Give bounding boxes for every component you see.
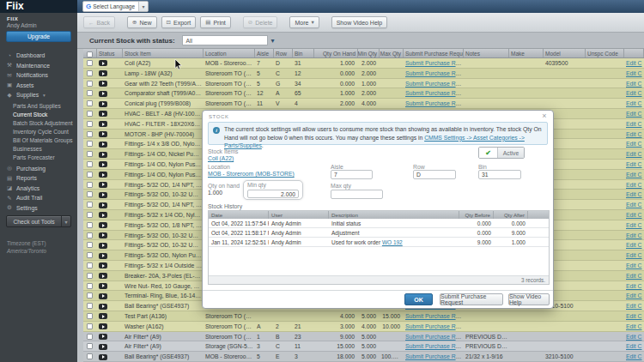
more-button[interactable]: More ▾	[289, 16, 319, 28]
submit-purchase-request-link[interactable]: Submit Purchase Request	[405, 313, 464, 319]
status-icon[interactable]	[99, 111, 107, 117]
chevron-down-icon[interactable]: ▾	[271, 37, 275, 45]
status-icon[interactable]	[99, 172, 107, 178]
edit-link[interactable]: Edit C	[626, 262, 642, 268]
status-icon[interactable]	[99, 222, 107, 228]
row-checkbox[interactable]	[87, 242, 93, 248]
row-checkbox[interactable]	[87, 353, 93, 359]
column-header-bin[interactable]: Bin	[293, 49, 314, 57]
sidebar-subitem-businesses[interactable]: Businesses	[0, 145, 77, 154]
row-checkbox[interactable]	[87, 323, 93, 329]
row-checkbox[interactable]	[87, 212, 93, 218]
show-video-help-button[interactable]: Show Video Help	[508, 293, 550, 305]
bin-input[interactable]	[478, 170, 521, 179]
column-header-0[interactable]	[83, 49, 97, 57]
edit-link[interactable]: Edit C	[626, 232, 642, 238]
status-icon[interactable]	[99, 212, 107, 218]
edit-link[interactable]: Edit C	[626, 121, 642, 127]
submit-purchase-request-link[interactable]: Submit Purchase Request	[405, 343, 464, 349]
status-icon[interactable]	[99, 334, 107, 340]
row-checkbox[interactable]	[87, 111, 93, 117]
edit-link[interactable]: Edit C	[626, 212, 642, 218]
edit-link[interactable]: Edit C	[626, 81, 642, 87]
status-icon[interactable]	[99, 182, 107, 188]
row-checkbox[interactable]	[87, 90, 93, 96]
history-column-date[interactable]: Date	[209, 211, 269, 219]
sidebar-item-settings[interactable]: ⚙Settings	[0, 203, 77, 214]
edit-link[interactable]: Edit C	[626, 293, 642, 299]
row-checkbox[interactable]	[87, 343, 93, 349]
row-checkbox[interactable]	[87, 100, 93, 106]
edit-link[interactable]: Edit C	[626, 313, 642, 319]
status-icon[interactable]	[99, 81, 107, 87]
status-icon[interactable]	[99, 70, 107, 76]
row-checkbox[interactable]	[87, 161, 93, 167]
status-icon[interactable]	[99, 91, 107, 97]
edit-link[interactable]: Edit C	[626, 202, 642, 208]
status-icon[interactable]	[99, 121, 107, 127]
sidebar-item-notifications[interactable]: ✉Notifications	[0, 70, 77, 81]
submit-purchase-request-link[interactable]: Submit Purchase Request	[405, 353, 464, 359]
sidebar-item-analytics[interactable]: ◪Analytics	[0, 184, 77, 194]
edit-link[interactable]: Edit C	[626, 161, 642, 167]
sidebar-item-assets[interactable]: ▣Assets	[0, 81, 77, 91]
edit-link[interactable]: Edit C	[626, 100, 642, 106]
edit-link[interactable]: Edit C	[626, 172, 642, 178]
status-icon[interactable]	[99, 273, 107, 279]
column-header-min-qty[interactable]: Min Qty	[358, 49, 380, 57]
edit-link[interactable]: Edit C	[626, 343, 642, 349]
edit-link[interactable]: Edit C	[626, 111, 642, 117]
history-column-qty-after[interactable]: Qty After	[494, 211, 528, 219]
row-checkbox[interactable]	[87, 303, 93, 309]
edit-link[interactable]: Edit C	[626, 273, 642, 279]
row-checkbox[interactable]	[87, 273, 93, 279]
sidebar-subitem-parts-forecaster[interactable]: Parts Forecaster	[0, 154, 77, 162]
check-out-tools-button[interactable]: Check out Tools ▾	[6, 215, 71, 227]
sidebar-item-reports[interactable]: ▤Reports	[0, 173, 77, 184]
sidebar-subitem-batch-stock-adjustment[interactable]: Batch Stock Adjustment	[0, 119, 77, 128]
row-checkbox[interactable]	[87, 191, 93, 197]
column-header-submit-purchase-request[interactable]: Submit Purchase Request	[404, 49, 464, 57]
status-icon[interactable]	[99, 161, 107, 167]
submit-purchase-request-link[interactable]: Submit Purchase Request	[405, 334, 464, 340]
status-icon[interactable]	[99, 232, 107, 238]
edit-link[interactable]: Edit C	[626, 151, 642, 157]
language-selector[interactable]: G Select Language ▾	[82, 1, 149, 12]
aisle-input[interactable]	[331, 170, 373, 179]
column-header-unspc-code[interactable]: Unspc Code	[586, 49, 624, 57]
row-checkbox[interactable]	[87, 121, 93, 127]
sidebar-item-maintenance[interactable]: ⚒Maintenance	[0, 61, 77, 71]
submit-purchase-request-link[interactable]: Submit Purchase Request	[405, 70, 464, 76]
sidebar-subitem-bill-of-materials-groups[interactable]: Bill Of Materials Groups	[0, 136, 77, 145]
edit-link[interactable]: Edit C	[626, 334, 642, 340]
edit-link[interactable]: Edit C	[626, 353, 642, 359]
status-icon[interactable]	[99, 60, 107, 66]
edit-link[interactable]: Edit C	[626, 90, 642, 96]
sidebar-subitem-parts-and-supplies[interactable]: Parts And Supplies	[0, 102, 77, 111]
status-icon[interactable]	[99, 131, 107, 137]
row-checkbox[interactable]	[87, 202, 93, 208]
show-video-help-button[interactable]: Show Video Help	[331, 16, 388, 28]
sidebar-subitem-current-stock[interactable]: Current Stock	[0, 111, 77, 119]
header-checkbox[interactable]	[87, 51, 93, 57]
submit-purchase-request-link[interactable]: Submit Purchase Request	[405, 60, 464, 66]
history-column-qty-before[interactable]: Qty Before	[459, 211, 494, 219]
sidebar-subitem-inventory-cycle-count[interactable]: Inventory Cycle Count	[0, 128, 77, 136]
max-qty-input[interactable]	[331, 190, 383, 199]
status-icon[interactable]	[99, 344, 107, 350]
column-header-aisle[interactable]: Aisle	[255, 49, 274, 57]
row-checkbox[interactable]	[87, 60, 93, 66]
history-column-description[interactable]: Description	[329, 211, 459, 219]
status-icon[interactable]	[99, 313, 107, 319]
status-icon[interactable]	[99, 262, 107, 268]
column-header-row[interactable]: Row	[274, 49, 293, 57]
sidebar-item-purchasing[interactable]: ◎Purchasing	[0, 164, 77, 174]
row-checkbox[interactable]	[87, 182, 93, 188]
column-header-location[interactable]: Location	[204, 49, 255, 57]
row-checkbox[interactable]	[87, 141, 93, 147]
row-checkbox[interactable]	[87, 131, 93, 137]
column-header-make[interactable]: Make	[509, 49, 544, 57]
edit-link[interactable]: Edit C	[626, 303, 642, 309]
row-checkbox[interactable]	[87, 70, 93, 76]
edit-link[interactable]: Edit C	[626, 70, 642, 76]
